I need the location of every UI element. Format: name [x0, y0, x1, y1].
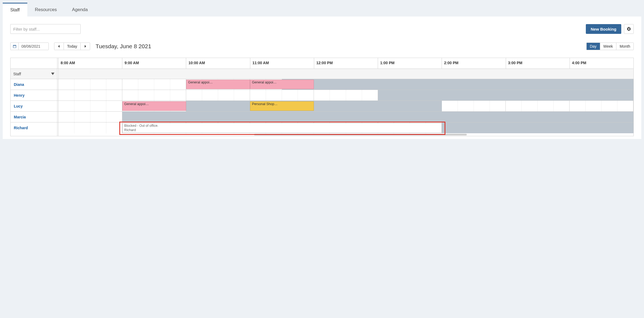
staff-row-body[interactable]: General appoi…General appoi… [58, 79, 633, 90]
staff-link[interactable]: Marcia [14, 115, 26, 119]
unavailable-block [122, 112, 633, 122]
svg-rect-0 [13, 45, 16, 48]
time-column-header: 3:00 PM [506, 58, 570, 69]
staff-link[interactable]: Henry [14, 93, 25, 98]
staff-name-cell: Marcia [11, 112, 57, 122]
time-column-header: 4:00 PM [570, 58, 633, 69]
settings-button[interactable] [624, 24, 634, 34]
unavailable-block [378, 90, 633, 100]
staff-name-cell: Henry [11, 90, 57, 100]
chevron-right-icon [84, 45, 87, 48]
time-header: 8:00 AM9:00 AM10:00 AM11:00 AM12:00 PM1:… [11, 58, 633, 69]
staff-row-body[interactable] [58, 90, 633, 100]
time-column-header: 11:00 AM [250, 58, 314, 69]
horizontal-scrollbar[interactable] [11, 133, 633, 136]
prev-button[interactable] [54, 43, 64, 50]
time-column-header: 9:00 AM [122, 58, 186, 69]
time-column-header: 10:00 AM [186, 58, 250, 69]
staff-link[interactable]: Richard [14, 126, 28, 130]
calendar-icon [13, 44, 17, 48]
staff-name-cell: Richard [11, 122, 57, 133]
appointment-event[interactable]: Personal Shop… [250, 101, 314, 111]
staff-row: Marcia [11, 112, 633, 122]
unavailable-block [442, 122, 633, 133]
unavailable-block [282, 79, 633, 90]
group-header-label: Staff [13, 72, 21, 76]
current-date-title: Tuesday, June 8 2021 [96, 43, 151, 50]
staff-row: DianaGeneral appoi…General appoi… [11, 79, 633, 90]
group-header-row: Staff [11, 69, 633, 79]
date-nav-row: Today Tuesday, June 8 2021 Day Week Mont… [10, 43, 634, 50]
staff-name-cell: Diana [11, 79, 57, 90]
date-nav-group: Today [54, 43, 90, 50]
scheduler-panel: New Booking [3, 17, 641, 139]
toolbar: New Booking [10, 24, 634, 34]
view-month-button[interactable]: Month [616, 43, 633, 50]
tab-staff[interactable]: Staff [3, 3, 27, 17]
staff-row-body[interactable] [58, 112, 633, 122]
staff-filter-input[interactable] [10, 24, 81, 34]
scheduler-grid: 8:00 AM9:00 AM10:00 AM11:00 AM12:00 PM1:… [10, 58, 634, 136]
view-week-button[interactable]: Week [600, 43, 617, 50]
time-column-header: 2:00 PM [442, 58, 506, 69]
appointment-event[interactable]: General appoi… [186, 80, 250, 89]
date-input[interactable] [19, 43, 48, 50]
time-column-header: 1:00 PM [378, 58, 442, 69]
staff-row: LucyGeneral appoi…Personal Shop… [11, 101, 633, 112]
view-switch: Day Week Month [586, 43, 634, 50]
time-column-header: 12:00 PM [314, 58, 378, 69]
tab-resources[interactable]: Resources [27, 3, 64, 17]
staff-row: RichardBlocked - Out of office.Richard [11, 122, 633, 133]
next-button[interactable] [81, 43, 90, 50]
staff-row-body[interactable]: Blocked - Out of office.Richard [58, 122, 633, 133]
staff-link[interactable]: Diana [14, 82, 24, 87]
new-booking-button[interactable]: New Booking [586, 24, 621, 34]
chevron-left-icon [58, 45, 60, 48]
tab-agenda[interactable]: Agenda [64, 3, 96, 17]
today-button[interactable]: Today [64, 43, 81, 50]
view-tabs: Staff Resources Agenda [3, 3, 641, 17]
date-picker[interactable] [10, 43, 49, 50]
sort-desc-icon [51, 73, 54, 75]
staff-link[interactable]: Lucy [14, 104, 23, 108]
staff-row: Henry [11, 90, 633, 101]
staff-name-cell: Lucy [11, 101, 57, 111]
corner-cell [11, 58, 57, 69]
group-header-cell[interactable]: Staff [11, 69, 57, 79]
staff-row-body[interactable]: General appoi…Personal Shop… [58, 101, 633, 111]
appointment-event[interactable]: General appoi… [122, 101, 186, 111]
view-day-button[interactable]: Day [587, 43, 600, 50]
appointment-event[interactable]: General appoi… [250, 80, 314, 89]
time-column-header: 8:00 AM [58, 58, 122, 69]
unavailable-block [186, 101, 442, 111]
blocked-event[interactable]: Blocked - Out of office.Richard [122, 123, 442, 133]
gear-icon [626, 27, 631, 31]
